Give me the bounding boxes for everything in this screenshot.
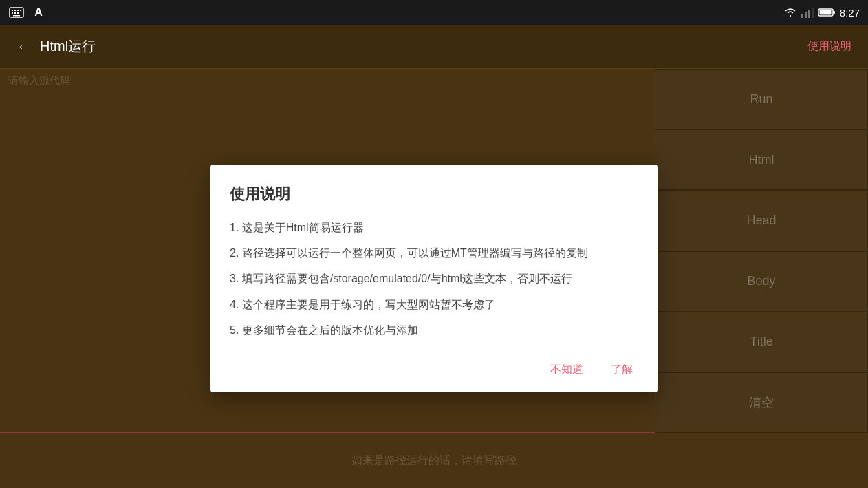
app-bar-left: ← Html运行 (17, 37, 96, 56)
signal-icon (801, 7, 814, 18)
svg-rect-5 (12, 12, 13, 14)
dialog-item-1: 1. 这是关于Html简易运行器 (230, 218, 638, 237)
svg-rect-1 (12, 10, 13, 11)
svg-rect-11 (808, 10, 810, 18)
dialog-item-5: 5. 更多细节会在之后的版本优化与添加 (230, 321, 638, 339)
back-button[interactable]: ← (17, 38, 32, 56)
battery-icon (818, 8, 836, 17)
svg-rect-2 (14, 10, 16, 11)
a-icon: A (30, 6, 47, 19)
app-title: Html运行 (40, 37, 96, 56)
dialog-item-3: 3. 填写路径需要包含/storage/emulated/0/与html这些文本… (230, 269, 638, 288)
dialog-confirm-button[interactable]: 了解 (605, 359, 638, 381)
dialog-overlay[interactable]: 使用说明 1. 这是关于Html简易运行器 2. 路径选择可以运行一个整体网页，… (0, 69, 868, 488)
dialog: 使用说明 1. 这是关于Html简易运行器 2. 路径选择可以运行一个整体网页，… (210, 165, 658, 392)
svg-rect-4 (20, 10, 21, 11)
svg-rect-7 (17, 12, 19, 14)
svg-rect-9 (801, 14, 803, 18)
svg-rect-14 (833, 11, 835, 14)
status-right-icons: 8:27 (783, 7, 860, 19)
app-bar: ← Html运行 使用说明 (0, 25, 868, 69)
dialog-title: 使用说明 (230, 184, 638, 204)
main-content: Run Html Head Body Title 清空 如果是路径运行的话，请填… (0, 69, 868, 488)
dialog-cancel-button[interactable]: 不知道 (545, 359, 589, 381)
svg-rect-6 (14, 12, 16, 14)
status-time: 8:27 (840, 7, 860, 19)
svg-rect-12 (812, 8, 814, 18)
svg-rect-3 (17, 10, 19, 11)
svg-rect-15 (819, 10, 831, 15)
status-bar: A 8:27 (0, 0, 868, 25)
wifi-icon (783, 7, 797, 18)
keyboard-icon (8, 6, 25, 19)
dialog-item-2: 2. 路径选择可以运行一个整体网页，可以通过MT管理器编写与路径的复制 (230, 244, 638, 262)
dialog-item-4: 4. 这个程序主要是用于练习的，写大型网站暂不考虑了 (230, 295, 638, 314)
status-left-icons: A (8, 6, 47, 19)
svg-rect-8 (13, 15, 20, 17)
svg-rect-10 (805, 12, 807, 18)
dialog-body: 1. 这是关于Html简易运行器 2. 路径选择可以运行一个整体网页，可以通过M… (230, 218, 638, 339)
help-link[interactable]: 使用说明 (807, 39, 851, 54)
dialog-actions: 不知道 了解 (230, 353, 638, 381)
